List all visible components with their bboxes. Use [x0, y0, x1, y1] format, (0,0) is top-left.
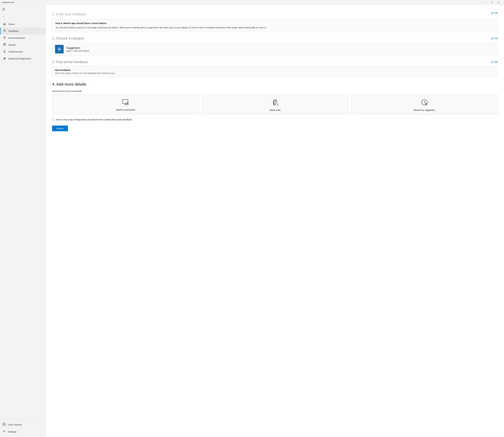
sidebar-item-quests-label: Quests [9, 43, 16, 46]
step3-similar-box: New feedback Select this option if there… [52, 66, 498, 77]
step2-category-box: Suggestion Apps > Snip and Sketch [52, 43, 498, 56]
category-sub: Apps > Snip and Sketch [66, 50, 89, 52]
svg-rect-0 [4, 24, 5, 25]
feedback-icon [3, 29, 6, 33]
diagnostics-checkbox[interactable] [52, 119, 55, 121]
svg-rect-5 [4, 58, 5, 60]
user-name: Cora Thomas [8, 423, 22, 426]
step2-heading: 2. Choose a category [52, 36, 84, 40]
step3-heading-row: 3. Find similar feedback Edit [52, 60, 498, 64]
sidebar-item-advanced-label: Advanced Diagnostics [9, 57, 31, 60]
achievements-icon [3, 50, 6, 54]
submit-button[interactable]: Submit [52, 126, 68, 131]
attach-file-card[interactable]: Attach a file [202, 94, 349, 115]
main-content: 1. Enter your feedback Edit Snip & Sketc… [46, 5, 504, 437]
attach-screenshot-card[interactable]: Attach a screenshot [52, 94, 199, 115]
feedback-summary: Snip & Sketch app should have a zoom fea… [55, 22, 495, 24]
sidebar-user[interactable]: Cora Thomas [0, 421, 46, 428]
diagnostics-checkbox-label[interactable]: Save a local copy of diagnostics and att… [56, 118, 132, 121]
sidebar-item-announcements-label: Announcements [9, 37, 25, 39]
record-suggestion-card[interactable]: Record my suggestion [351, 94, 498, 115]
record-icon [421, 99, 428, 107]
close-button[interactable]: ✕ [495, 0, 502, 5]
svg-point-1 [4, 30, 5, 31]
category-type: Suggestion [66, 46, 89, 50]
screenshot-icon [122, 99, 129, 107]
step1-feedback-box: Snip & Sketch app should have a zoom fea… [52, 19, 498, 32]
file-icon [272, 99, 278, 107]
record-suggestion-label: Record my suggestion [414, 109, 435, 111]
step3-edit-button[interactable]: Edit [491, 61, 498, 63]
svg-point-10 [57, 47, 61, 51]
minimize-button[interactable]: − [481, 0, 488, 5]
edit-icon-3 [491, 61, 494, 63]
attach-file-label: Attach a file [269, 109, 280, 111]
sidebar-item-achievements-label: Achievements [9, 50, 23, 53]
sidebar-item-feedback-label: Feedback [9, 30, 19, 32]
sidebar-item-feedback[interactable]: Feedback [0, 28, 46, 34]
snip-sketch-icon [57, 46, 62, 52]
svg-rect-18 [127, 103, 128, 103]
sidebar-item-advanced[interactable]: Advanced Diagnostics [0, 55, 46, 62]
hamburger-menu[interactable]: ☰ [0, 6, 46, 14]
svg-point-23 [426, 104, 427, 105]
similar-feedback-title: New feedback [55, 69, 495, 71]
sidebar-item-achievements[interactable]: Achievements [0, 48, 46, 55]
category-info: Suggestion Apps > Snip and Sketch [66, 46, 89, 52]
step2-edit-button[interactable]: Edit [491, 37, 498, 40]
sidebar: ☰ ← Home [0, 5, 46, 437]
step2-heading-row: 2. Choose a category Edit [52, 36, 498, 40]
sidebar-item-announcements[interactable]: Announcements [0, 34, 46, 41]
attachments-label: Attachments (recommended) [52, 90, 498, 92]
sidebar-nav: Home Feedback [0, 21, 46, 419]
similar-feedback-desc: Select this option if there isn't any fe… [55, 72, 495, 74]
attachment-cards: Attach a screenshot Attach a file [52, 94, 498, 115]
sidebar-footer: Cora Thomas Settings [0, 419, 46, 437]
svg-point-11 [59, 50, 60, 50]
svg-line-21 [424, 102, 425, 103]
app-body: ☰ ← Home [0, 5, 504, 437]
feedback-detail: You should be able to zoom in on an imag… [55, 26, 495, 29]
sidebar-item-home[interactable]: Home [0, 21, 46, 28]
step1-edit-button[interactable]: Edit [491, 12, 498, 14]
advanced-icon [3, 57, 6, 60]
diagnostics-checkbox-row: Save a local copy of diagnostics and att… [52, 118, 498, 121]
sidebar-settings[interactable]: Settings [0, 428, 46, 435]
restore-button[interactable]: ❐ [488, 0, 495, 5]
quests-icon [3, 43, 6, 47]
attach-screenshot-label: Attach a screenshot [116, 109, 135, 111]
svg-point-3 [4, 50, 5, 52]
svg-point-8 [4, 423, 5, 425]
step3-heading: 3. Find similar feedback [52, 60, 88, 64]
sidebar-item-quests[interactable]: Quests [0, 41, 46, 48]
announcements-icon [3, 36, 6, 40]
settings-label: Settings [8, 430, 16, 433]
user-avatar-icon [2, 423, 6, 427]
back-button[interactable]: ← [0, 14, 46, 21]
step1-heading: 1. Enter your feedback [52, 9, 86, 16]
category-icon-box [55, 45, 64, 53]
svg-rect-4 [3, 59, 4, 60]
settings-icon [2, 430, 6, 434]
home-icon [3, 22, 6, 26]
title-bar: Feedback Hub − ❐ ✕ [0, 0, 504, 5]
step4-heading: 4. Add more details [52, 82, 498, 87]
sidebar-item-home-label: Home [9, 23, 15, 25]
window-controls: − ❐ ✕ [481, 0, 502, 5]
edit-icon [491, 12, 494, 14]
edit-icon-2 [491, 37, 494, 40]
app-title: Feedback Hub [2, 1, 14, 3]
step1-heading-row: 1. Enter your feedback Edit [52, 9, 498, 17]
svg-point-9 [4, 431, 5, 432]
back-icon: ← [2, 15, 5, 18]
